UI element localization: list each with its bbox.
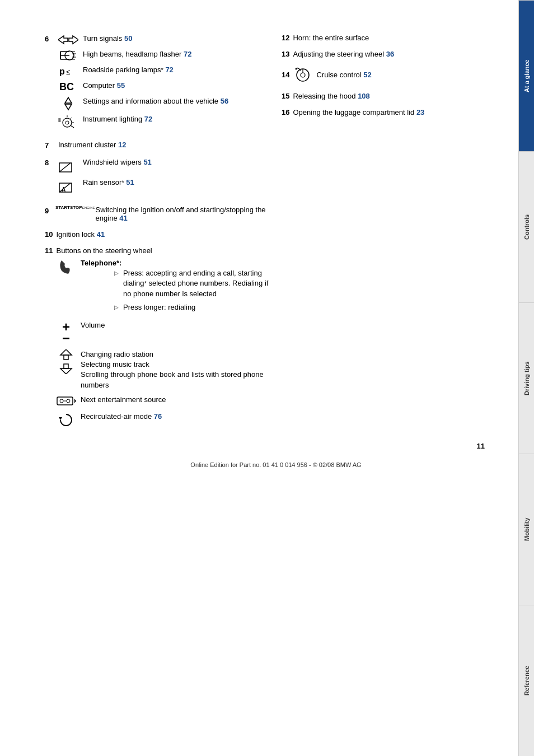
- footer: Online Edition for Part no. 01 41 0 014 …: [45, 461, 507, 479]
- item-14-page[interactable]: 52: [363, 71, 371, 79]
- computer-row: BC Computer 55: [58, 81, 270, 93]
- svg-marker-0: [58, 36, 68, 44]
- item-12-text: Horn: the entire surface: [293, 34, 369, 42]
- svg-marker-28: [60, 349, 72, 355]
- parking-lamps-text: Roadside parking lamps* 72: [83, 65, 270, 75]
- svg-point-33: [60, 399, 63, 403]
- settings-icon: [58, 96, 78, 111]
- high-beams-row: High beams, headlamp flasher 72: [58, 49, 270, 62]
- settings-row: Settings and information about the vehic…: [58, 96, 270, 111]
- item-7-page[interactable]: 12: [118, 141, 126, 149]
- item-13-num: 13: [282, 50, 289, 58]
- turn-signals-icon: [58, 34, 78, 46]
- svg-line-24: [59, 163, 71, 172]
- radio-icon: [56, 349, 76, 374]
- section-9: 9 START STOP ENGINE Switching the igniti…: [45, 206, 270, 222]
- telephone-bullet1: ▷ Press: accepting and ending a call, st…: [114, 268, 270, 299]
- recirculated-row: Recirculated-air mode 76: [56, 412, 270, 428]
- item-15-page[interactable]: 108: [358, 92, 370, 100]
- entertainment-text: Next entertainment source: [81, 395, 270, 405]
- main-content: 6: [0, 0, 518, 756]
- svg-point-41: [296, 68, 297, 70]
- svg-text:≤: ≤: [66, 68, 70, 76]
- tab-reference[interactable]: Reference: [519, 605, 534, 756]
- parking-lamps-row: p ≤ Roadside parking lamps* 72: [58, 65, 270, 77]
- col-left: 6: [45, 34, 270, 436]
- svg-marker-1: [69, 36, 78, 44]
- item-14-num: 14: [282, 71, 289, 79]
- tab-driving-tips[interactable]: Driving tips: [519, 302, 534, 454]
- high-beams-page[interactable]: 72: [184, 50, 191, 58]
- cruise-control-icon: [293, 66, 313, 83]
- item-7-text: Instrument cluster 12: [58, 141, 126, 149]
- section-14: 14: [282, 66, 507, 83]
- section-7: 7 Instrument cluster 12: [45, 140, 270, 150]
- item-10-page[interactable]: 41: [97, 230, 105, 239]
- windshield-wipers-icon: [58, 157, 78, 174]
- page-wrapper: 6: [0, 0, 534, 756]
- svg-marker-37: [59, 417, 62, 420]
- radio-text: Changing radio station Selecting music t…: [81, 349, 270, 390]
- item-13-page[interactable]: 36: [386, 50, 394, 58]
- telephone-row: Telephone*: ▷ Press: accepting and endin…: [56, 258, 270, 316]
- volume-icon: + −: [56, 320, 76, 345]
- svg-text:|||: |||: [58, 118, 62, 122]
- start-stop-icon: START STOP ENGINE: [58, 206, 92, 211]
- section-15: 15 Releasing the hood 108: [282, 92, 507, 100]
- svg-marker-31: [60, 368, 72, 374]
- inst-lighting-page[interactable]: 72: [144, 115, 152, 123]
- item-10-text: Ignition lock 41: [56, 230, 105, 239]
- windshield-wipers-text: Windshield wipers 51: [83, 157, 270, 167]
- item-9-page[interactable]: 41: [119, 214, 127, 222]
- page-number: 11: [45, 442, 507, 450]
- rain-sensor-icon: A: [58, 178, 78, 194]
- svg-point-17: [65, 121, 69, 124]
- section-13: 13 Adjusting the steering wheel 36: [282, 50, 507, 58]
- item-12-num: 12: [282, 34, 289, 42]
- item-16-num: 16: [282, 108, 289, 116]
- parking-lamps-icon: p ≤: [58, 65, 78, 77]
- inst-lighting-row: ||| Instrument lighting 72: [58, 114, 270, 129]
- item-14-text: Cruise control 52: [316, 71, 371, 79]
- settings-page[interactable]: 56: [221, 97, 228, 105]
- inst-lighting-icon: |||: [58, 114, 78, 129]
- turn-signals-text: Turn signals 50: [83, 34, 270, 44]
- svg-point-39: [301, 73, 305, 77]
- svg-text:A: A: [62, 186, 65, 193]
- turn-signals-page[interactable]: 50: [124, 34, 132, 43]
- windshield-wipers-page[interactable]: 51: [143, 158, 151, 166]
- right-sidebar: At a glance Controls Driving tips Mobili…: [518, 0, 534, 756]
- rain-sensor-text: Rain sensor* 51: [83, 178, 270, 188]
- computer-icon: BC: [58, 81, 78, 93]
- recirculated-text: Recirculated-air mode 76: [81, 412, 270, 422]
- tab-controls[interactable]: Controls: [519, 151, 534, 302]
- item-16-page[interactable]: 23: [416, 108, 424, 116]
- volume-text: Volume: [81, 320, 270, 330]
- tab-at-a-glance[interactable]: At a glance: [519, 0, 534, 151]
- section-12: 12 Horn: the entire surface: [282, 34, 507, 42]
- item-6-num: 6: [45, 35, 55, 43]
- parking-lamps-page[interactable]: 72: [165, 66, 173, 74]
- high-beams-icon: [58, 49, 78, 62]
- computer-page[interactable]: 55: [117, 81, 125, 90]
- item-7-num: 7: [45, 141, 55, 150]
- entertainment-icon: [56, 395, 76, 407]
- turn-signals-row: Turn signals 50: [58, 34, 270, 46]
- item-9-num: 9: [45, 207, 55, 215]
- recirculated-page[interactable]: 76: [154, 412, 162, 421]
- bullet-triangle-2: ▷: [114, 304, 119, 312]
- svg-marker-15: [65, 104, 72, 110]
- svg-point-34: [67, 399, 70, 403]
- svg-marker-36: [74, 399, 76, 403]
- inst-lighting-text: Instrument lighting 72: [83, 114, 270, 124]
- telephone-text: Telephone*: ▷ Press: accepting and endin…: [81, 258, 270, 316]
- rain-sensor-page[interactable]: 51: [126, 178, 134, 186]
- tab-mobility[interactable]: Mobility: [519, 454, 534, 605]
- section-10: 10 Ignition lock 41: [45, 230, 270, 239]
- svg-rect-30: [64, 364, 68, 368]
- svg-line-19: [71, 118, 72, 119]
- settings-text: Settings and information about the vehic…: [83, 96, 270, 106]
- high-beams-text: High beams, headlamp flasher 72: [83, 49, 270, 59]
- item-16-text: Opening the luggage compartment lid 23: [293, 108, 424, 116]
- svg-marker-14: [65, 97, 72, 103]
